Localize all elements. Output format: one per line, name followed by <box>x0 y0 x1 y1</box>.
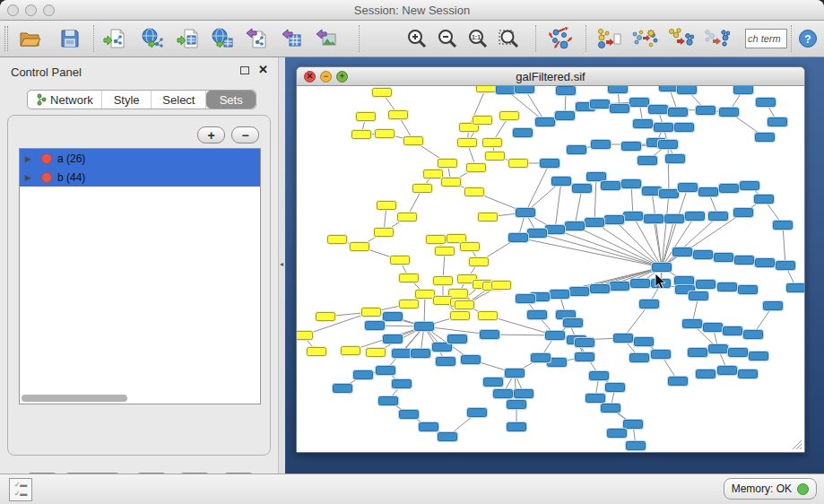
graph-node[interactable] <box>497 86 516 94</box>
graph-node[interactable] <box>645 215 664 223</box>
graph-node[interactable] <box>741 182 759 190</box>
graph-node[interactable] <box>477 86 496 92</box>
graph-node[interactable] <box>694 251 713 259</box>
graph-node[interactable] <box>649 106 668 114</box>
graph-node[interactable] <box>627 442 646 450</box>
expander-triangle-icon[interactable]: ▶ <box>25 173 34 182</box>
save-session-button[interactable] <box>56 25 84 52</box>
graph-node[interactable] <box>566 222 585 230</box>
graph-node[interactable] <box>376 130 395 138</box>
graph-node[interactable] <box>655 124 673 132</box>
graph-node[interactable] <box>590 372 609 380</box>
graph-edge[interactable] <box>594 177 596 222</box>
graph-node[interactable] <box>739 370 758 378</box>
graph-node[interactable] <box>564 319 583 327</box>
graph-node[interactable] <box>659 141 678 149</box>
graph-node[interactable] <box>602 182 620 190</box>
panel-divider[interactable]: ◂ <box>278 57 285 474</box>
network-frame-titlebar[interactable]: ✕ − + galFiltered.sif <box>297 67 804 86</box>
graph-node[interactable] <box>624 421 643 429</box>
graph-node[interactable] <box>697 281 716 289</box>
graph-node[interactable] <box>377 367 395 375</box>
expander-triangle-icon[interactable]: ▶ <box>25 154 34 163</box>
graph-node[interactable] <box>704 324 723 332</box>
graph-node[interactable] <box>744 331 763 339</box>
graph-node[interactable] <box>652 351 671 359</box>
graph-node[interactable] <box>420 423 438 431</box>
graph-node[interactable] <box>413 185 432 193</box>
graph-node[interactable] <box>438 160 457 168</box>
graph-node[interactable] <box>483 139 502 147</box>
clone-network-button[interactable] <box>629 25 661 52</box>
graph-node[interactable] <box>384 335 403 343</box>
graph-node[interactable] <box>415 323 434 331</box>
graph-node[interactable] <box>354 371 373 379</box>
graph-node[interactable] <box>622 143 641 151</box>
graph-node[interactable] <box>509 160 528 168</box>
graph-node[interactable] <box>516 209 535 217</box>
graph-node[interactable] <box>690 292 708 300</box>
graph-node[interactable] <box>774 222 793 230</box>
graph-node[interactable] <box>718 283 737 291</box>
graph-node[interactable] <box>568 146 586 154</box>
graph-node[interactable] <box>357 113 376 121</box>
graph-node[interactable] <box>436 248 455 256</box>
graph-node[interactable] <box>467 164 486 172</box>
graph-node[interactable] <box>528 230 547 238</box>
set-list-item[interactable]: ▶a (26) <box>20 149 260 168</box>
graph-node[interactable] <box>416 291 435 299</box>
graph-node[interactable] <box>640 300 659 308</box>
graph-node[interactable] <box>634 120 653 128</box>
graph-edge[interactable] <box>575 188 582 226</box>
graph-node[interactable] <box>660 86 679 91</box>
export-table-button[interactable] <box>278 25 307 52</box>
graph-node[interactable] <box>729 349 748 357</box>
graph-node[interactable] <box>609 86 628 93</box>
graph-node[interactable] <box>451 312 470 320</box>
remove-set-button[interactable]: − <box>231 126 259 143</box>
help-button[interactable]: ? <box>794 25 822 52</box>
graph-node[interactable] <box>573 185 592 193</box>
graph-node[interactable] <box>486 152 505 161</box>
new-network-from-selection-button[interactable] <box>593 25 625 52</box>
graph-edge[interactable] <box>555 181 561 230</box>
graph-node[interactable] <box>679 184 698 192</box>
open-session-button[interactable] <box>15 25 44 52</box>
graph-node[interactable] <box>473 117 492 125</box>
export-network-button[interactable] <box>242 25 271 52</box>
graph-node[interactable] <box>437 358 455 366</box>
apply-layout-button[interactable] <box>546 25 575 52</box>
graph-node[interactable] <box>591 100 610 109</box>
graph-node[interactable] <box>592 141 611 149</box>
graph-node[interactable] <box>515 390 533 398</box>
window-titlebar[interactable]: Session: New Session <box>0 0 824 21</box>
graph-node[interactable] <box>756 134 775 142</box>
graph-node[interactable] <box>342 347 360 355</box>
graph-node[interactable] <box>470 258 489 266</box>
graph-node[interactable] <box>614 335 633 343</box>
toolbar-grip[interactable] <box>4 26 8 51</box>
graph-node[interactable] <box>630 99 649 107</box>
graph-node[interactable] <box>461 243 480 251</box>
graph-node[interactable] <box>532 354 551 362</box>
graph-node[interactable] <box>507 401 526 409</box>
graph-node[interactable] <box>587 173 606 181</box>
graph-node[interactable] <box>686 213 705 221</box>
graph-node[interactable] <box>673 248 692 256</box>
graph-node[interactable] <box>699 188 718 196</box>
graph-node[interactable] <box>552 178 571 186</box>
graph-node[interactable] <box>484 378 503 387</box>
graph-node[interactable] <box>400 300 419 308</box>
export-image-button[interactable] <box>312 25 341 52</box>
graph-node[interactable] <box>683 320 702 328</box>
task-history-button[interactable]: ✓▬✓▬ <box>9 478 32 501</box>
resize-grip-icon[interactable] <box>790 438 802 450</box>
graph-node[interactable] <box>720 185 739 193</box>
graph-node[interactable] <box>669 378 688 386</box>
graph-node[interactable] <box>608 430 627 438</box>
graph-node[interactable] <box>507 423 526 431</box>
graph-node[interactable] <box>638 157 657 165</box>
zoom-fit-selected-button[interactable] <box>495 25 524 52</box>
graph-node[interactable] <box>586 395 605 403</box>
float-panel-icon[interactable] <box>240 66 249 74</box>
